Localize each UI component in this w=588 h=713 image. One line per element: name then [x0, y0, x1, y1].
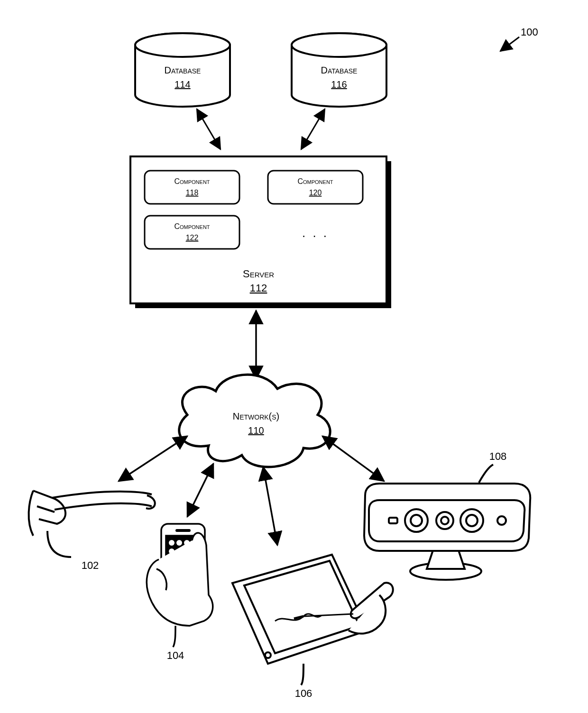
component-120-ref: 120	[309, 189, 322, 197]
database-116-label: Database	[321, 65, 358, 75]
server-label: Server	[243, 268, 274, 280]
svg-rect-7	[145, 171, 239, 204]
svg-point-4	[292, 33, 386, 57]
database-116: Database 116	[292, 33, 386, 107]
component-120-label: Component	[297, 177, 333, 185]
system-ref-label: 100	[521, 26, 538, 38]
network-ref: 110	[248, 425, 264, 436]
network-label: Network(s)	[233, 411, 280, 421]
client-tablet-ref: 106	[295, 687, 312, 699]
database-114-ref: 114	[175, 79, 190, 90]
connector-network-phone	[187, 464, 213, 517]
svg-point-38	[265, 652, 271, 658]
component-122: Component 122	[145, 216, 239, 249]
svg-rect-9	[145, 216, 239, 249]
connector-network-tablet	[263, 467, 277, 545]
component-120: Component 120	[268, 171, 363, 204]
client-motion-sensor	[364, 465, 530, 580]
server-box: Component 118 Component 120 Component 12…	[130, 156, 391, 308]
client-sensor-ref: 108	[489, 450, 507, 462]
component-122-label: Component	[174, 222, 210, 230]
svg-point-47	[497, 516, 506, 525]
database-114-label: Database	[165, 65, 201, 75]
svg-point-44	[441, 517, 449, 524]
server-ellipsis: . . .	[302, 226, 329, 240]
svg-line-0	[500, 37, 519, 51]
database-116-ref: 116	[331, 79, 347, 90]
component-118-label: Component	[174, 177, 210, 185]
client-phone-ref: 104	[167, 649, 184, 661]
system-ref: 100	[500, 26, 538, 51]
svg-point-15	[176, 540, 182, 546]
svg-point-42	[411, 515, 422, 526]
component-118-ref: 118	[186, 189, 199, 197]
svg-rect-48	[389, 518, 397, 523]
client-glasses-ref: 102	[82, 559, 99, 571]
svg-point-2	[135, 33, 230, 57]
svg-rect-13	[175, 529, 191, 532]
client-tablet	[232, 555, 393, 685]
system-architecture-diagram: 100 Database 114 Database 116 Component …	[0, 0, 588, 713]
svg-point-14	[169, 540, 175, 546]
connector-db116-server	[301, 109, 325, 149]
network-cloud: Network(s) 110	[179, 375, 330, 467]
client-smart-glasses	[29, 491, 155, 557]
connector-db114-server	[197, 109, 220, 149]
client-smartphone	[147, 524, 212, 647]
svg-point-46	[466, 515, 478, 526]
component-118: Component 118	[145, 171, 239, 204]
svg-rect-8	[268, 171, 363, 204]
connector-network-sensor	[322, 436, 384, 481]
server-ref: 112	[250, 282, 267, 294]
database-114: Database 114	[135, 33, 230, 107]
connector-network-glasses	[119, 436, 187, 481]
component-122-ref: 122	[186, 234, 199, 242]
